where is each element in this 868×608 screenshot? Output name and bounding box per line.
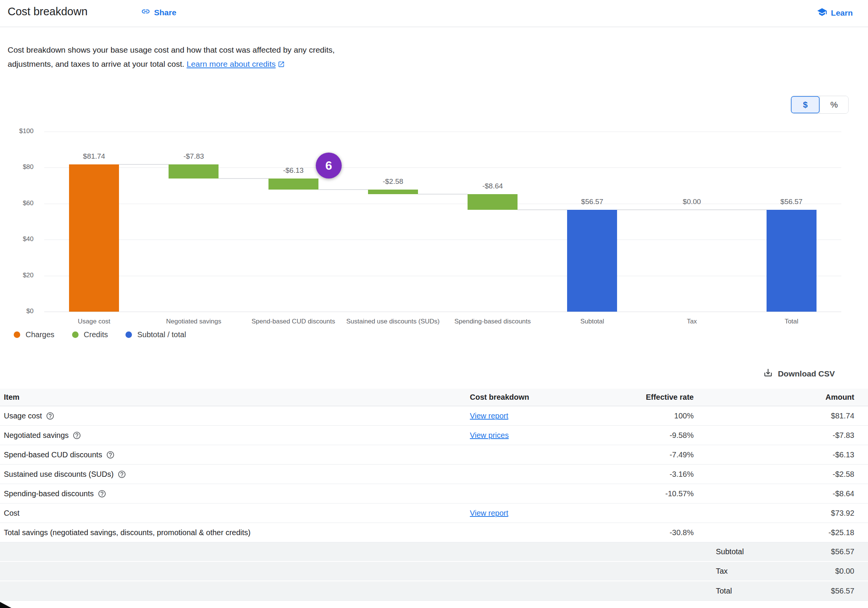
summary-amount-value: $56.57 bbox=[831, 547, 854, 556]
help-icon[interactable] bbox=[106, 450, 115, 459]
item-label: Spending-based discounts bbox=[4, 489, 94, 498]
bar-total[interactable] bbox=[767, 210, 817, 312]
page-header: Cost breakdown Share Learn bbox=[0, 0, 868, 27]
summary-row: Tax$0.00 bbox=[0, 562, 868, 581]
bar-spending-based-discounts[interactable] bbox=[468, 194, 518, 210]
bar-subtotal[interactable] bbox=[567, 210, 617, 312]
help-icon[interactable] bbox=[98, 489, 106, 498]
y-axis-tick: $40 bbox=[0, 235, 34, 243]
connector-line bbox=[617, 209, 667, 210]
bar-value-label: $81.74 bbox=[56, 152, 132, 161]
summary-row: Subtotal$56.57 bbox=[0, 542, 868, 562]
gridline bbox=[44, 276, 841, 276]
summary-amount-value: $0.00 bbox=[835, 567, 854, 576]
x-axis-category-label: Sustained use discounts (SUDs) bbox=[343, 318, 443, 325]
effective-rate-value: -9.58% bbox=[600, 431, 694, 440]
connector-line bbox=[418, 194, 468, 195]
cost-breakdown-table: Item Cost breakdown Effective rate Amoun… bbox=[0, 389, 868, 601]
corner-artifact bbox=[0, 602, 11, 608]
legend-label: Subtotal / total bbox=[137, 330, 186, 339]
table-row: Spend-based CUD discounts-7.49%-$6.13 bbox=[0, 445, 868, 465]
x-axis-category-label: Total bbox=[742, 318, 841, 325]
y-axis-tick: $80 bbox=[0, 163, 34, 171]
connector-line bbox=[219, 178, 268, 179]
x-axis-category-label: Spend-based CUD discounts bbox=[244, 318, 343, 325]
table-row: Sustained use discounts (SUDs)-3.16%-$2.… bbox=[0, 465, 868, 484]
connector-line bbox=[318, 189, 368, 190]
summary-label: Tax bbox=[716, 567, 728, 576]
dollar-toggle-button[interactable]: $ bbox=[791, 96, 820, 113]
col-header-cost-breakdown: Cost breakdown bbox=[470, 393, 600, 402]
unit-toggle: $ % bbox=[791, 96, 849, 114]
download-csv-label: Download CSV bbox=[778, 369, 835, 378]
summary-row: Total$56.57 bbox=[0, 581, 868, 601]
description-text: Cost breakdown shows your base usage cos… bbox=[8, 45, 335, 68]
amount-value: $73.92 bbox=[694, 509, 854, 518]
bar-usage-cost[interactable] bbox=[69, 164, 119, 312]
learn-label: Learn bbox=[831, 8, 853, 18]
bar-value-label: $56.57 bbox=[753, 198, 829, 206]
amount-value: -$7.83 bbox=[694, 431, 854, 440]
legend-swatch bbox=[14, 331, 20, 338]
external-link-icon bbox=[276, 60, 285, 68]
table-row: Total savings (negotiated savings, disco… bbox=[0, 523, 868, 542]
bar-sustained-use-discounts-suds-[interactable] bbox=[368, 190, 418, 194]
help-icon[interactable] bbox=[72, 431, 81, 440]
gridline bbox=[44, 240, 841, 240]
view-link[interactable]: View report bbox=[470, 509, 508, 517]
item-label: Total savings (negotiated savings, disco… bbox=[4, 528, 251, 537]
y-axis-tick: $20 bbox=[0, 272, 34, 279]
view-link[interactable]: View report bbox=[470, 412, 508, 420]
effective-rate-value: -3.16% bbox=[600, 470, 694, 479]
connector-line bbox=[717, 209, 767, 210]
effective-rate-value: 100% bbox=[600, 412, 694, 420]
legend-swatch bbox=[72, 331, 79, 338]
share-button[interactable]: Share bbox=[141, 7, 176, 18]
page-title: Cost breakdown bbox=[8, 5, 88, 18]
legend-item: Charges bbox=[14, 328, 55, 341]
legend-label: Credits bbox=[84, 330, 108, 339]
col-header-item: Item bbox=[4, 393, 470, 402]
link-icon bbox=[141, 7, 150, 18]
help-icon[interactable] bbox=[117, 470, 126, 479]
waterfall-chart: $0$20$40$60$80$100$81.74Usage cost-$7.83… bbox=[0, 114, 868, 355]
page-description: Cost breakdown shows your base usage cos… bbox=[8, 43, 343, 71]
amount-value: -$6.13 bbox=[694, 450, 854, 459]
x-axis-category-label: Spending-based discounts bbox=[443, 318, 542, 325]
table-row: Negotiated savingsView prices-9.58%-$7.8… bbox=[0, 426, 868, 445]
amount-value: -$25.18 bbox=[694, 528, 854, 537]
bar-value-label: $56.57 bbox=[554, 198, 630, 206]
connector-line bbox=[119, 164, 169, 165]
col-header-amount: Amount bbox=[694, 393, 854, 402]
table-header-row: Item Cost breakdown Effective rate Amoun… bbox=[0, 389, 868, 406]
step-6-badge: 6 bbox=[316, 153, 342, 179]
percent-toggle-button[interactable]: % bbox=[820, 96, 848, 113]
table-row: Spending-based discounts-10.57%-$8.64 bbox=[0, 484, 868, 503]
download-icon bbox=[763, 368, 773, 380]
help-icon[interactable] bbox=[46, 412, 55, 420]
bar-negotiated-savings[interactable] bbox=[169, 164, 219, 179]
x-axis-category-label: Usage cost bbox=[44, 318, 144, 325]
cost-breakdown-page: Cost breakdown Share Learn Cost breakdow… bbox=[0, 0, 868, 608]
x-axis-category-label: Tax bbox=[642, 318, 742, 325]
learn-button[interactable]: Learn bbox=[817, 7, 853, 19]
connector-line bbox=[518, 209, 567, 210]
table-row: CostView report$73.92 bbox=[0, 503, 868, 523]
item-label: Sustained use discounts (SUDs) bbox=[4, 470, 114, 479]
gridline bbox=[44, 132, 841, 132]
amount-value: $81.74 bbox=[694, 412, 854, 420]
chart-plot-area: $0$20$40$60$80$100$81.74Usage cost-$7.83… bbox=[0, 114, 868, 355]
gridline bbox=[44, 312, 841, 312]
item-label: Spend-based CUD discounts bbox=[4, 450, 102, 459]
download-csv-button[interactable]: Download CSV bbox=[763, 368, 835, 380]
col-header-effective-rate: Effective rate bbox=[600, 393, 694, 402]
summary-label: Subtotal bbox=[716, 547, 744, 556]
legend-swatch bbox=[125, 331, 132, 338]
amount-value: -$8.64 bbox=[694, 489, 854, 498]
learn-more-credits-link[interactable]: Learn more about credits bbox=[186, 60, 285, 68]
view-link[interactable]: View prices bbox=[470, 431, 509, 439]
bar-spend-based-cud-discounts[interactable] bbox=[268, 179, 318, 190]
effective-rate-value: -10.57% bbox=[600, 489, 694, 498]
item-label: Usage cost bbox=[4, 412, 42, 420]
item-label: Cost bbox=[4, 509, 19, 518]
